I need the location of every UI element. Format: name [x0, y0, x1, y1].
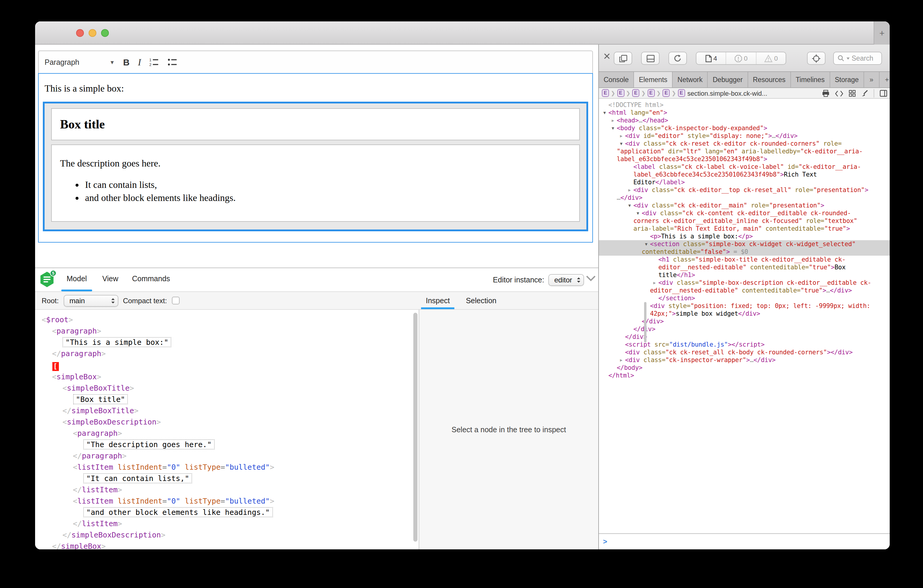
dom-tree-line[interactable]: 42px;">simple box widget</div>	[599, 310, 890, 317]
zoom-window-button[interactable]	[101, 29, 108, 36]
tab-commands[interactable]: Commands	[132, 268, 170, 289]
dom-tree-line[interactable]: ▼<div class="ck ck-reset ck-editor ck-ro…	[599, 140, 890, 148]
close-window-button[interactable]	[76, 29, 84, 36]
details-sidebar-icon[interactable]	[880, 90, 887, 97]
element-icon[interactable]: E	[632, 89, 639, 97]
numbered-list-button[interactable]: 12	[149, 57, 159, 67]
dom-tree-line[interactable]: </body>	[599, 364, 890, 371]
expand-arrow-icon[interactable]: ▶	[650, 279, 659, 287]
model-tree-line[interactable]: <simpleBox>	[35, 371, 419, 382]
tab-inspect[interactable]: Inspect	[426, 292, 450, 309]
simple-box-title[interactable]: Box title	[51, 108, 580, 140]
dom-tree-line[interactable]: <div style="position: fixed; top: 0px; l…	[599, 302, 890, 310]
root-select[interactable]: main	[63, 295, 118, 307]
description-paragraph[interactable]: The description goes here.	[60, 158, 579, 169]
collapse-arrow-icon[interactable]: ▼	[618, 140, 625, 148]
dom-tree-line[interactable]: ▼<html lang="en">	[599, 109, 890, 117]
error-count[interactable]: 0	[726, 52, 756, 64]
element-picker-button[interactable]	[807, 52, 826, 65]
model-tree-line[interactable]: "The description goes here."	[35, 439, 419, 450]
dom-tree-line[interactable]: Editor</label>	[599, 178, 890, 186]
model-tree-line[interactable]: </listItem>	[35, 518, 419, 529]
collapse-arrow-icon[interactable]: ▼	[609, 125, 617, 133]
italic-button[interactable]: I	[138, 57, 141, 67]
console-prompt[interactable]: >	[599, 533, 890, 549]
dom-tree-line[interactable]: ▶<head>…</head>	[599, 117, 890, 124]
dom-tree-line[interactable]: <p>This is a simple box:</p>	[599, 232, 890, 240]
dom-tree-line[interactable]: ▶<div class="simple-box-description ck-e…	[599, 279, 890, 287]
dom-tree-line[interactable]: corners ck-editor__editable_inline ck-fo…	[599, 217, 890, 225]
model-tree-line[interactable]: </listItem>	[35, 484, 419, 495]
dom-tree-line[interactable]: </html>	[599, 371, 890, 379]
add-tab-button[interactable]: +	[880, 72, 890, 87]
model-tree-line[interactable]: "and other block elements like headings.…	[35, 507, 419, 518]
tab-timelines[interactable]: Timelines	[791, 72, 830, 87]
source-code-icon[interactable]	[835, 90, 843, 97]
dom-tree-line[interactable]: editor__nested-editable" contenteditable…	[599, 263, 890, 271]
dom-tree-line[interactable]: label_e63cbbfece34c53ce23501062343f49b8"…	[599, 171, 890, 178]
editor-instance-select[interactable]: editor	[549, 274, 584, 286]
model-tree-line[interactable]: </paragraph>	[35, 348, 419, 359]
collapse-arrow-icon[interactable]: ▼	[642, 241, 650, 248]
new-tab-button[interactable]: +	[874, 21, 890, 44]
element-icon[interactable]: E	[617, 89, 624, 97]
dom-tree-line[interactable]: </div>	[599, 325, 890, 333]
collapse-arrow-icon[interactable]: ▼	[626, 202, 633, 210]
tab-resources[interactable]: Resources	[748, 72, 791, 87]
expand-arrow-icon[interactable]: ▶	[626, 187, 633, 194]
minimize-window-button[interactable]	[89, 29, 96, 36]
warning-count[interactable]: 0	[755, 52, 786, 64]
devtools-search-field[interactable]: Search	[833, 52, 882, 65]
tab-debugger[interactable]: Debugger	[708, 72, 748, 87]
tab-selection[interactable]: Selection	[466, 292, 497, 309]
dom-tree-line[interactable]: ▶<div class="ck ck-editor__top ck-reset_…	[599, 186, 890, 194]
dock-side-button[interactable]	[614, 52, 632, 65]
dom-tree-line[interactable]: ▼<section class="simple-box ck-widget ck…	[599, 240, 890, 248]
dom-tree-line[interactable]: label_e63cbbfece34c53ce23501062343f49b8"…	[599, 155, 890, 163]
collapse-arrow-icon[interactable]: ▼	[601, 109, 608, 117]
model-tree-line[interactable]: <listItem listIndent="0" listType="bulle…	[35, 462, 419, 473]
element-icon[interactable]: E	[602, 89, 609, 97]
tab-model[interactable]: Model	[67, 268, 87, 289]
heading-dropdown[interactable]: Paragraph ▼	[44, 58, 115, 66]
tab-network[interactable]: Network	[673, 72, 708, 87]
editor-editable-area[interactable]: This is a simple box: Box title The desc…	[38, 73, 593, 243]
list-item[interactable]: and other block elements like headings.	[85, 192, 579, 203]
element-icon[interactable]: E	[678, 89, 685, 97]
dom-tree-line[interactable]: <!DOCTYPE html>	[599, 101, 890, 109]
expand-arrow-icon[interactable]: ▶	[618, 357, 625, 365]
dom-tree-line[interactable]: <script src="dist/bundle.js"></script>	[599, 341, 890, 348]
list-item[interactable]: It can contain lists,	[85, 179, 579, 190]
model-tree-line[interactable]: <$root>	[35, 314, 419, 325]
close-devtools-button[interactable]	[604, 53, 610, 59]
dom-tree-line[interactable]: …</div>	[599, 194, 890, 202]
element-icon[interactable]: E	[662, 89, 670, 97]
editor-paragraph[interactable]: This is a simple box:	[44, 83, 124, 94]
page-count[interactable]: 4	[696, 52, 726, 64]
simple-box-widget[interactable]: Box title The description goes here. It …	[43, 102, 588, 231]
collapse-arrow-icon[interactable]: ▼	[634, 210, 642, 218]
dom-tree-line[interactable]: ▼<div class="ck ck-editor__main" role="p…	[599, 202, 890, 209]
dom-tree-line[interactable]: aria-label="Rich Text Editor, main" cont…	[599, 225, 890, 232]
layout-grid-icon[interactable]	[849, 90, 856, 97]
dom-tree-line[interactable]: <div class="ck ck-reset_all ck-body ck-r…	[599, 348, 890, 356]
dom-tree-line[interactable]: ▼<div class="ck ck-content ck-editor__ed…	[599, 209, 890, 217]
dom-tree-line[interactable]: contenteditable="false"> = $0	[599, 248, 890, 256]
model-tree-line[interactable]: <paragraph>	[35, 325, 419, 337]
dom-tree-line[interactable]: </section>	[599, 294, 890, 302]
simple-box-description[interactable]: The description goes here. It can contai…	[51, 145, 580, 222]
model-tree-line[interactable]: </paragraph>	[35, 450, 419, 462]
dom-tree-line[interactable]: editor__nested-editable" contenteditable…	[599, 287, 890, 294]
model-tree-line[interactable]: <simpleBoxTitle>	[35, 382, 419, 394]
print-icon[interactable]	[822, 90, 829, 97]
model-tree-line[interactable]: [	[35, 359, 419, 371]
model-tree-line[interactable]: </simpleBoxTitle>	[35, 405, 419, 416]
model-tree-line[interactable]: <simpleBoxDescription>	[35, 416, 419, 427]
dock-bottom-button[interactable]	[641, 52, 660, 65]
dom-tree-line[interactable]: <label class="ck ck-label ck-voice-label…	[599, 163, 890, 171]
element-icon[interactable]: E	[647, 89, 654, 97]
dom-tree-line[interactable]: ▶<div id="editor" style="display: none;"…	[599, 132, 890, 140]
compact-text-checkbox[interactable]	[172, 297, 179, 304]
expand-arrow-icon[interactable]: ▶	[609, 117, 617, 125]
reload-page-button[interactable]	[668, 52, 687, 65]
